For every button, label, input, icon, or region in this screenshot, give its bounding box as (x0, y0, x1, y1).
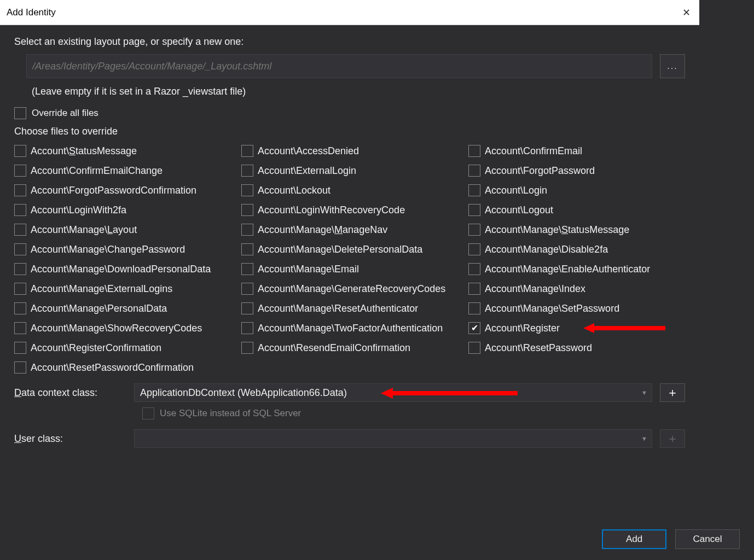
user-class-select[interactable]: ▼ (134, 429, 652, 448)
layout-label: Select an existing layout page, or speci… (14, 36, 685, 48)
file-checkbox[interactable] (241, 263, 253, 275)
file-checkbox[interactable] (241, 145, 253, 157)
data-context-select[interactable]: ApplicationDbContext (WebApplication66.D… (134, 383, 652, 402)
file-checkbox[interactable] (14, 263, 26, 275)
file-item: Account\Manage\Email (241, 263, 468, 275)
file-checkbox[interactable] (468, 243, 480, 255)
file-label: Account\ForgotPasswordConfirmation (31, 185, 196, 196)
file-checkbox[interactable] (14, 224, 26, 236)
file-checkbox[interactable] (468, 263, 480, 275)
add-user-class-button: ＋ (660, 429, 685, 448)
file-label: Account\Manage\GenerateRecoveryCodes (258, 283, 445, 295)
file-checkbox[interactable] (14, 283, 26, 295)
file-label: Account\Logout (485, 205, 553, 216)
file-checkbox[interactable] (468, 283, 480, 295)
file-checkbox[interactable]: ✔ (468, 322, 480, 334)
file-checkbox[interactable] (468, 165, 480, 177)
file-checkbox[interactable] (468, 204, 480, 216)
file-checkbox[interactable] (14, 322, 26, 334)
file-checkbox[interactable] (14, 165, 26, 177)
file-label: Account\AccessDenied (258, 145, 359, 157)
file-label: Account\Manage\ManageNav (258, 224, 387, 236)
file-label: Account\ResetPasswordConfirmation (31, 362, 194, 374)
file-item: Account\Manage\Disable2fa (468, 243, 676, 255)
file-label: Account\Manage\Email (258, 264, 359, 275)
override-all-label: Override all files (32, 108, 98, 119)
file-checkbox[interactable] (14, 302, 26, 314)
file-item: Account\Manage\PersonalData (14, 302, 241, 314)
file-item: Account\Manage\Layout (14, 224, 241, 236)
file-item: Account\Manage\Index (468, 283, 676, 295)
file-checkbox[interactable] (241, 283, 253, 295)
user-class-label: User class: (14, 433, 126, 445)
file-label: Account\Manage\StatusMessage (485, 224, 629, 236)
file-item: Account\ConfirmEmailChange (14, 165, 241, 177)
dialog-title: Add Identity (7, 7, 56, 18)
file-checkbox[interactable] (14, 184, 26, 196)
file-label: Account\RegisterConfirmation (31, 342, 161, 354)
chevron-down-icon: ▼ (641, 435, 647, 442)
file-checkbox[interactable] (468, 224, 480, 236)
file-label: Account\Register (485, 323, 560, 334)
file-checkbox[interactable] (241, 243, 253, 255)
file-checkbox[interactable] (468, 342, 480, 354)
file-checkbox[interactable] (241, 184, 253, 196)
file-checkbox[interactable] (241, 224, 253, 236)
file-checkbox[interactable] (14, 342, 26, 354)
file-item: Account\Manage\DeletePersonalData (241, 243, 468, 255)
file-checkbox[interactable] (468, 145, 480, 157)
file-label: Account\LoginWith2fa (31, 205, 126, 216)
file-item: Account\Manage\StatusMessage (468, 224, 676, 236)
file-checkbox[interactable] (14, 243, 26, 255)
file-item: Account\ResetPasswordConfirmation (14, 361, 241, 374)
layout-path-input[interactable] (26, 54, 652, 78)
file-label: Account\Login (485, 185, 547, 196)
file-item: ✔Account\Register (468, 322, 676, 334)
file-item: Account\Logout (468, 204, 676, 216)
file-item: Account\RegisterConfirmation (14, 342, 241, 354)
file-checkbox[interactable] (241, 302, 253, 314)
file-label: Account\Manage\ResetAuthenticator (258, 303, 418, 314)
file-checkbox[interactable] (241, 165, 253, 177)
file-item: Account\ForgotPasswordConfirmation (14, 184, 241, 196)
file-label: Account\Manage\EnableAuthenticator (485, 264, 650, 275)
file-checkbox[interactable] (468, 184, 480, 196)
file-checkbox[interactable] (241, 322, 253, 334)
file-label: Account\Manage\Disable2fa (485, 244, 608, 255)
svg-marker-1 (381, 388, 518, 399)
file-checkbox[interactable] (241, 342, 253, 354)
choose-files-label: Choose files to override (14, 126, 685, 137)
file-item: Account\Manage\ResetAuthenticator (241, 302, 468, 314)
file-grid: Account\StatusMessageAccount\AccessDenie… (14, 145, 685, 374)
file-checkbox[interactable] (14, 361, 26, 374)
file-label: Account\Manage\ChangePassword (31, 244, 185, 255)
file-checkbox[interactable] (468, 302, 480, 314)
file-checkbox[interactable] (14, 204, 26, 216)
file-label: Account\Manage\SetPassword (485, 303, 619, 314)
file-label: Account\Manage\Layout (31, 224, 137, 236)
file-item: Account\Manage\ChangePassword (14, 243, 241, 255)
file-item: Account\ConfirmEmail (468, 145, 676, 157)
override-all-checkbox[interactable] (14, 107, 26, 119)
chevron-down-icon: ▼ (641, 389, 647, 396)
file-item: Account\Manage\SetPassword (468, 302, 676, 314)
close-icon[interactable]: ✕ (679, 7, 694, 19)
file-item: Account\ResendEmailConfirmation (241, 342, 468, 354)
layout-hint: (Leave empty if it is set in a Razor _vi… (14, 86, 685, 97)
file-checkbox[interactable] (14, 145, 26, 157)
file-label: Account\Manage\Index (485, 283, 585, 295)
file-label: Account\Manage\TwoFactorAuthentication (258, 323, 443, 334)
file-item: Account\LoginWith2fa (14, 204, 241, 216)
file-checkbox[interactable] (241, 204, 253, 216)
add-data-context-button[interactable]: ＋ (660, 383, 685, 402)
file-item: Account\Manage\GenerateRecoveryCodes (241, 283, 468, 295)
file-item: Account\Manage\ShowRecoveryCodes (14, 322, 241, 334)
file-item: Account\Lockout (241, 184, 468, 196)
file-item: Account\Manage\DownloadPersonalData (14, 263, 241, 275)
file-item: Account\Manage\ManageNav (241, 224, 468, 236)
browse-button[interactable]: ... (660, 54, 685, 78)
file-label: Account\Manage\DownloadPersonalData (31, 264, 211, 275)
file-label: Account\Manage\ShowRecoveryCodes (31, 323, 202, 334)
file-item: Account\Manage\EnableAuthenticator (468, 263, 676, 275)
file-item: Account\Login (468, 184, 676, 196)
